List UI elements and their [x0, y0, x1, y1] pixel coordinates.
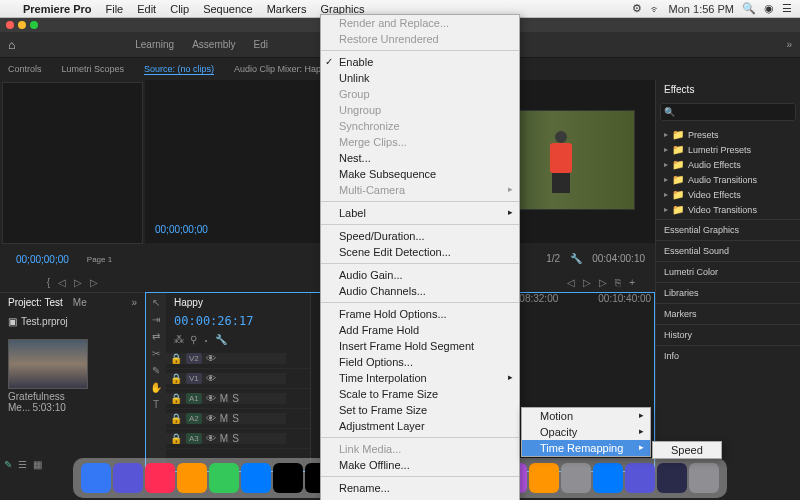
program-timecode-left[interactable]: 00;00;00;00 [155, 224, 208, 235]
pen-icon[interactable]: ✎ [152, 365, 160, 376]
tab-project[interactable]: Project: Test [8, 297, 63, 308]
marker-icon[interactable]: ⬩ [203, 334, 209, 345]
selection-tool-icon[interactable]: ↖ [152, 297, 160, 308]
dock-app-icon[interactable] [625, 463, 655, 493]
bin-row[interactable]: ▣ Test.prproj [0, 312, 145, 331]
menu-item[interactable]: Audio Gain... [321, 267, 519, 283]
menu-item[interactable]: Adjustment Layer [321, 418, 519, 434]
home-icon[interactable]: ⌂ [8, 38, 15, 52]
dock-app-icon[interactable] [209, 463, 239, 493]
clock[interactable]: Mon 1:56 PM [669, 3, 734, 15]
clip-thumbnail[interactable]: Gratefulness Me... 5:03:10 [8, 339, 88, 413]
track-header-a3[interactable]: 🔒A3👁MS [166, 433, 286, 444]
menu-icon[interactable]: ☰ [782, 2, 792, 15]
submenu-item[interactable]: Opacity [522, 424, 650, 440]
ripple-icon[interactable]: ⇄ [152, 331, 160, 342]
sequence-tab[interactable]: Happy [174, 297, 203, 308]
submenu-item[interactable]: Time Remapping [522, 440, 650, 456]
menu-item[interactable]: Audio Channels... [321, 283, 519, 299]
menu-item[interactable]: Speed/Duration... [321, 228, 519, 244]
play-icon[interactable]: ▷ [583, 277, 591, 288]
menu-markers[interactable]: Markers [260, 3, 314, 15]
effects-folder[interactable]: 📁Presets [664, 127, 792, 142]
tab-audio-mixer[interactable]: Audio Clip Mixer: Happy [234, 64, 331, 74]
effects-folder[interactable]: 📁Audio Transitions [664, 172, 792, 187]
workspace-assembly[interactable]: Assembly [192, 39, 235, 50]
razor-icon[interactable]: ✂ [152, 348, 160, 359]
timeline-timecode[interactable]: 00:00:26:17 [166, 312, 310, 330]
dock-app-icon[interactable] [273, 463, 303, 493]
track-header-v2[interactable]: 🔒V2👁 [166, 353, 286, 364]
minimize-window-button[interactable] [18, 21, 26, 29]
close-window-button[interactable] [6, 21, 14, 29]
panel-section[interactable]: Essential Sound [656, 240, 800, 261]
dock-app-icon[interactable] [177, 463, 207, 493]
list-view-icon[interactable]: ☰ [18, 459, 27, 470]
tab-source[interactable]: Source: (no clips) [144, 64, 214, 75]
menu-item[interactable]: Unlink [321, 70, 519, 86]
track-select-icon[interactable]: ⇥ [152, 314, 160, 325]
effects-folder[interactable]: 📁Lumetri Presets [664, 142, 792, 157]
panel-section[interactable]: Markers [656, 303, 800, 324]
effects-tab[interactable]: Effects [656, 80, 800, 99]
hand-icon[interactable]: ✋ [150, 382, 162, 393]
dock-app-icon[interactable] [593, 463, 623, 493]
menu-item[interactable]: Make Subsequence [321, 166, 519, 182]
add-icon[interactable]: + [629, 277, 635, 288]
menu-item[interactable]: Enable [321, 54, 519, 70]
panel-section[interactable]: Libraries [656, 282, 800, 303]
dock-app-icon[interactable] [81, 463, 111, 493]
step-fwd-icon[interactable]: ▷ [90, 277, 98, 288]
step-fwd-icon[interactable]: ▷ [599, 277, 607, 288]
menu-item[interactable]: Label [321, 205, 519, 221]
dock-app-icon[interactable] [529, 463, 559, 493]
tab-lumetri-scopes[interactable]: Lumetri Scopes [62, 64, 125, 74]
link-icon[interactable]: ⚲ [190, 334, 197, 345]
menu-sequence[interactable]: Sequence [196, 3, 260, 15]
wifi-icon[interactable]: ᯤ [650, 3, 661, 15]
source-timecode[interactable]: 00;00;00;00 [8, 250, 77, 269]
dock-app-icon[interactable] [657, 463, 687, 493]
menu-item[interactable]: Make Offline... [321, 457, 519, 473]
effects-folder[interactable]: 📁Video Transitions [664, 202, 792, 217]
submenu-item[interactable]: Motion [522, 408, 650, 424]
menu-item[interactable]: Scale to Frame Size [321, 386, 519, 402]
menu-item[interactable]: Frame Hold Options... [321, 306, 519, 322]
effects-folder[interactable]: 📁Video Effects [664, 187, 792, 202]
dock-app-icon[interactable] [561, 463, 591, 493]
menu-item[interactable]: Rename... [321, 480, 519, 496]
snap-icon[interactable]: ⁂ [174, 334, 184, 345]
dock-app-icon[interactable] [113, 463, 143, 493]
maximize-window-button[interactable] [30, 21, 38, 29]
effects-search[interactable]: 🔍 [660, 103, 796, 121]
workspace-editing[interactable]: Edi [254, 39, 268, 50]
panel-section[interactable]: Essential Graphics [656, 219, 800, 240]
menu-item[interactable]: Add Frame Hold [321, 322, 519, 338]
effects-folder[interactable]: 📁Audio Effects [664, 157, 792, 172]
menubar-app[interactable]: Premiere Pro [16, 3, 98, 15]
fit-dropdown[interactable]: 1/2 [546, 253, 560, 264]
menu-item[interactable]: Field Options... [321, 354, 519, 370]
wrench-icon[interactable]: 🔧 [215, 334, 227, 345]
type-icon[interactable]: T [153, 399, 159, 410]
mark-in-icon[interactable]: ◁ [567, 277, 575, 288]
wrench-icon[interactable]: 🔧 [570, 253, 582, 264]
menu-graphics[interactable]: Graphics [313, 3, 371, 15]
razor-icon[interactable]: ✎ [4, 459, 12, 470]
panel-section[interactable]: Info [656, 345, 800, 366]
menu-item[interactable]: Scene Edit Detection... [321, 244, 519, 260]
step-back-icon[interactable]: ◁ [58, 277, 66, 288]
panel-section[interactable]: Lumetri Color [656, 261, 800, 282]
track-header-a2[interactable]: 🔒A2👁MS [166, 413, 286, 424]
icon-view-icon[interactable]: ▦ [33, 459, 42, 470]
menu-item[interactable]: Insert Frame Hold Segment [321, 338, 519, 354]
menu-clip[interactable]: Clip [163, 3, 196, 15]
search-icon[interactable]: 🔍 [742, 2, 756, 15]
track-header-a1[interactable]: 🔒A1👁MS [166, 393, 286, 404]
chevron-overflow-icon[interactable]: » [786, 39, 792, 50]
siri-icon[interactable]: ◉ [764, 2, 774, 15]
play-icon[interactable]: ▷ [74, 277, 82, 288]
menu-item[interactable]: Make Subclip... [321, 496, 519, 500]
workspace-learning[interactable]: Learning [135, 39, 174, 50]
panel-section[interactable]: History [656, 324, 800, 345]
